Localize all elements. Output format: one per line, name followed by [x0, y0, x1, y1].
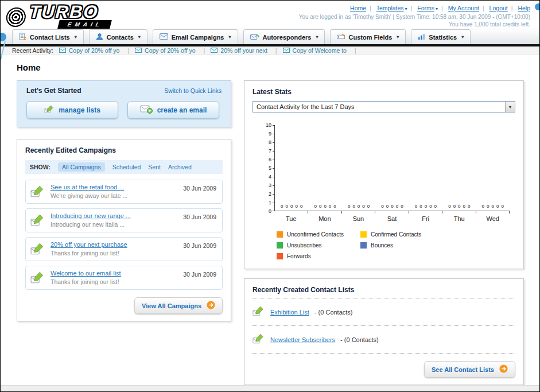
y-axis-label: 6	[258, 157, 271, 162]
chart-plot: 1098765432100000000000000000000000000000…	[274, 125, 510, 211]
header: TURBO EMAIL Home Templates▾ Forms▾ My Ac…	[1, 1, 539, 29]
chart-group: 00000	[375, 125, 409, 211]
bar-value-label: 0	[401, 204, 403, 209]
bar-value-label: 0	[415, 204, 417, 209]
legend-item: Confirmed Contacts	[360, 231, 444, 238]
stats-period-select[interactable]: Contact Activity for the Last 7 Days ▼	[252, 101, 515, 112]
autoresponder-icon	[250, 33, 259, 41]
campaign-subtitle: Introducing our new Italia ...	[50, 221, 178, 228]
campaign-row[interactable]: Introducing our new range ... Introducin…	[25, 208, 223, 232]
view-all-campaigns-button[interactable]: View All Campaigns	[134, 297, 223, 314]
switch-quick-links-link[interactable]: Switch to Quick Links	[164, 87, 222, 94]
contact-list-item[interactable]: Exhibition List - (0 Contacts)	[252, 302, 515, 321]
bar-value-label: 0	[333, 204, 336, 209]
x-axis-label: Sat	[375, 215, 409, 222]
chevron-down-icon: ▾	[316, 34, 318, 40]
tab-autoresponders[interactable]: Autoresponders ▾	[243, 29, 325, 44]
tab-contacts[interactable]: Contacts ▾	[89, 29, 147, 44]
tab-contact-lists[interactable]: Contact Lists ▾	[12, 29, 84, 44]
campaign-row[interactable]: Welcome to our email list Thanks for joi…	[25, 266, 223, 290]
contact-list-link[interactable]: Newsletter Subscribers	[270, 336, 335, 343]
manage-lists-button[interactable]: manage lists	[26, 101, 118, 119]
main-content: Home Let's Get Started Switch to Quick L…	[1, 55, 539, 385]
app-logo[interactable]: TURBO EMAIL	[5, 3, 112, 29]
campaign-row[interactable]: See us at the retail food ... We're givi…	[25, 180, 223, 204]
legend-item: Unconfirmed Contacts	[277, 231, 360, 238]
tab-email-campaigns[interactable]: Email Campaigns ▾	[153, 29, 238, 44]
arrow-right-icon	[499, 364, 508, 374]
top-link-logout[interactable]: Logout	[490, 5, 508, 11]
credits-info: You have 1,000 total credits left.	[299, 21, 530, 28]
campaign-title-link[interactable]: 20% off your next purchase	[50, 241, 127, 248]
chart-group: 00000	[409, 125, 442, 211]
tab-label: Statistics	[429, 34, 457, 41]
bar-value-label: 0	[290, 204, 293, 209]
recent-activity-item[interactable]: Copy of 20% off yo	[135, 47, 205, 54]
latest-stats-panel: Latest Stats Contact Activity for the La…	[244, 80, 524, 269]
campaign-subtitle: Thanks for joining our list!	[50, 250, 178, 257]
legend-swatch	[360, 231, 367, 238]
chevron-down-icon: ▾	[405, 6, 407, 11]
bar-value-label: 0	[468, 204, 470, 209]
get-started-title: Let's Get Started	[26, 87, 81, 95]
campaign-row[interactable]: 20% off your next purchase Thanks for jo…	[25, 237, 223, 261]
bar-value-label: 0	[286, 204, 288, 209]
see-all-contact-lists-button[interactable]: See All Contact Lists	[424, 361, 515, 378]
legend-swatch	[360, 242, 367, 249]
legend-item: Bounces	[360, 242, 444, 249]
envelope-icon	[160, 33, 168, 41]
top-link-forms[interactable]: Forms	[417, 5, 434, 11]
top-link-help[interactable]: Help	[518, 5, 530, 11]
top-link-my-account[interactable]: My Account	[448, 5, 479, 11]
bar-value-label: 0	[352, 204, 355, 209]
bar-value-label: 0	[492, 204, 494, 209]
callout-dot-icon	[535, 3, 540, 10]
header-right: Home Templates▾ Forms▾ My Account Logout…	[299, 3, 530, 29]
button-label: create an email	[157, 106, 207, 114]
logo-swirl-icon	[6, 7, 26, 27]
top-link-templates[interactable]: Templates	[376, 5, 404, 11]
campaign-title-link[interactable]: Introducing our new range ...	[50, 212, 131, 219]
create-email-button[interactable]: create an email	[127, 101, 219, 119]
bar-value-label: 0	[425, 204, 427, 209]
bar-value-label: 0	[391, 204, 393, 209]
recent-activity-item[interactable]: Copy of 20% off yo	[59, 47, 129, 54]
tab-label: Email Campaigns	[172, 34, 224, 41]
filter-archived[interactable]: Archived	[168, 164, 192, 170]
top-link-home[interactable]: Home	[350, 5, 366, 11]
tab-label: Contacts	[107, 34, 134, 41]
chart-group: 00000	[308, 125, 341, 211]
bar-value-label: 0	[381, 204, 383, 209]
activity-link: Copy of Welcome to	[293, 47, 347, 54]
filter-all-campaigns[interactable]: All Campaigns	[58, 162, 105, 172]
x-axis-label: Fri	[409, 215, 442, 222]
legend-label: Unconfirmed Contacts	[287, 231, 344, 238]
bar-value-label: 0	[453, 204, 456, 209]
bar-value-label: 0	[419, 204, 422, 209]
tab-custom-fields[interactable]: Custom Fields ▾	[330, 29, 406, 44]
envelope-plus-icon	[140, 104, 153, 115]
recently-edited-campaigns-panel: Recently Edited Campaigns SHOW: All Camp…	[17, 139, 231, 321]
select-value: Contact Activity for the Last 7 Days	[257, 103, 355, 110]
campaign-title-link[interactable]: See us at the retail food ...	[50, 184, 124, 191]
get-started-panel: Let's Get Started Switch to Quick Links …	[17, 80, 231, 127]
legend-swatch	[277, 242, 283, 249]
recent-activity-item[interactable]: Copy of Welcome to	[283, 47, 356, 54]
show-label: SHOW:	[30, 164, 50, 170]
contact-list-item[interactable]: Newsletter Subscribers - (0 Contacts)	[252, 330, 515, 349]
filter-scheduled[interactable]: Scheduled	[112, 164, 141, 170]
bar-value-label: 0	[386, 204, 389, 209]
filter-sent[interactable]: Sent	[148, 164, 161, 170]
button-label: View All Campaigns	[142, 302, 201, 309]
campaign-title-link[interactable]: Welcome to our email list	[50, 270, 121, 277]
campaign-list: See us at the retail food ... We're givi…	[25, 180, 223, 290]
envelope-icon	[135, 47, 142, 54]
legend-item: Unsubscribes	[277, 242, 360, 249]
tab-statistics[interactable]: Statistics ▾	[411, 29, 471, 44]
y-axis-label: 7	[258, 148, 271, 154]
contact-list-link[interactable]: Exhibition List	[270, 309, 309, 316]
recent-activity-item[interactable]: 20% off your next	[211, 47, 277, 54]
activity-link: 20% off your next	[220, 47, 267, 54]
legend-item: Forwards	[277, 253, 360, 259]
contacts-icon	[96, 33, 103, 41]
